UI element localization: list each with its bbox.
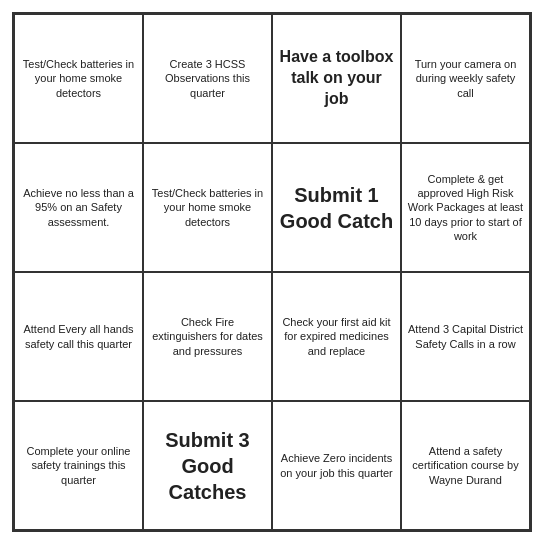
bingo-cell-r0c3: Turn your camera on during weekly safety… [401, 14, 530, 143]
bingo-cell-r3c0: Complete your online safety trainings th… [14, 401, 143, 530]
bingo-cell-r0c2: Have a toolbox talk on your job [272, 14, 401, 143]
bingo-grid: Test/Check batteries in your home smoke … [14, 14, 530, 530]
bingo-cell-r1c0: Achieve no less than a 95% on an Safety … [14, 143, 143, 272]
bingo-cell-r3c3: Attend a safety certification course by … [401, 401, 530, 530]
bingo-cell-r1c1: Test/Check batteries in your home smoke … [143, 143, 272, 272]
bingo-card: Test/Check batteries in your home smoke … [12, 12, 532, 532]
bingo-cell-r2c1: Check Fire extinguishers for dates and p… [143, 272, 272, 401]
bingo-cell-r3c2: Achieve Zero incidents on your job this … [272, 401, 401, 530]
bingo-cell-r0c0: Test/Check batteries in your home smoke … [14, 14, 143, 143]
bingo-cell-r1c2: Submit 1 Good Catch [272, 143, 401, 272]
bingo-cell-r2c2: Check your first aid kit for expired med… [272, 272, 401, 401]
bingo-cell-r2c0: Attend Every all hands safety call this … [14, 272, 143, 401]
bingo-cell-r0c1: Create 3 HCSS Observations this quarter [143, 14, 272, 143]
bingo-cell-r1c3: Complete & get approved High Risk Work P… [401, 143, 530, 272]
bingo-cell-r2c3: Attend 3 Capital District Safety Calls i… [401, 272, 530, 401]
bingo-cell-r3c1: Submit 3 Good Catches [143, 401, 272, 530]
